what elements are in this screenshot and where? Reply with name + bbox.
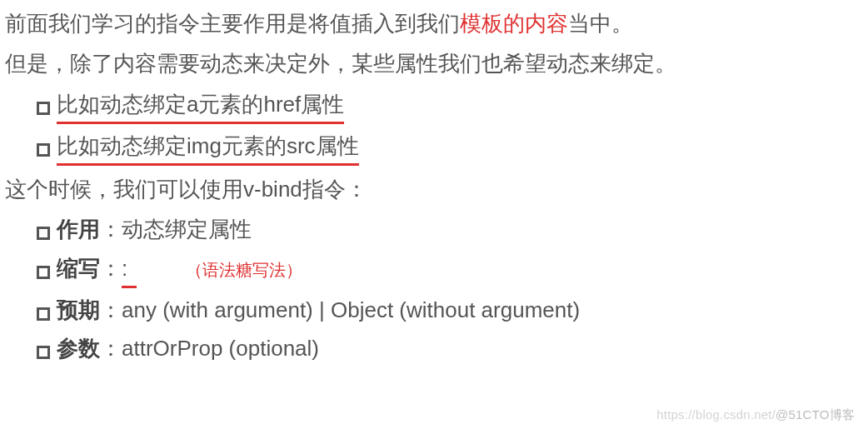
detail-item-argument: 参数：attrOrProp (optional) bbox=[37, 332, 863, 365]
paragraph-1: 前面我们学习的指令主要作用是将值插入到我们模板的内容当中。 bbox=[5, 7, 863, 40]
square-bullet-icon bbox=[37, 266, 50, 279]
detail-value-expects: any (with argument) | Object (without ar… bbox=[122, 297, 580, 322]
detail-label-shorthand: 缩写 bbox=[57, 256, 100, 281]
square-bullet-icon bbox=[37, 143, 50, 157]
example-list: 比如动态绑定a元素的href属性 比如动态绑定img元素的src属性 bbox=[5, 87, 863, 167]
example-item-1: 比如动态绑定a元素的href属性 bbox=[37, 87, 863, 124]
detail-value-shorthand: : bbox=[122, 252, 137, 288]
watermark-overlay: @51CTO博客 bbox=[776, 407, 855, 422]
detail-item-expects: 预期：any (with argument) | Object (without… bbox=[37, 293, 863, 327]
para1-after: 当中。 bbox=[568, 11, 633, 36]
detail-item-usage: 作用：动态绑定属性 bbox=[37, 212, 863, 246]
watermark-faint: https://blog.csdn.net/ bbox=[656, 407, 776, 422]
paragraph-2: 但是，除了内容需要动态来决定外，某些属性我们也希望动态来绑定。 bbox=[5, 47, 863, 80]
paragraph-3: 这个时候，我们可以使用v-bind指令： bbox=[5, 172, 863, 206]
detail-text: 预期：any (with argument) | Object (without… bbox=[57, 293, 580, 327]
detail-label-usage: 作用 bbox=[57, 217, 100, 242]
annotation-syntactic-sugar: （语法糖写法） bbox=[186, 261, 302, 279]
square-bullet-icon bbox=[37, 346, 50, 359]
example-item-2: 比如动态绑定img元素的src属性 bbox=[37, 129, 863, 166]
detail-item-shorthand: 缩写：: （语法糖写法） bbox=[37, 252, 863, 288]
watermark: https://blog.csdn.net/@51CTO博客 bbox=[656, 405, 855, 424]
detail-label-expects: 预期 bbox=[57, 297, 100, 322]
detail-text: 参数：attrOrProp (optional) bbox=[57, 332, 319, 365]
example-text-1: 比如动态绑定a元素的href属性 bbox=[57, 87, 344, 124]
detail-list: 作用：动态绑定属性 缩写：: （语法糖写法） 预期：any (with argu… bbox=[5, 212, 863, 365]
detail-value-usage: 动态绑定属性 bbox=[122, 217, 252, 242]
detail-label-argument: 参数 bbox=[57, 336, 100, 361]
detail-value-argument: attrOrProp (optional) bbox=[122, 336, 319, 361]
square-bullet-icon bbox=[37, 227, 50, 240]
para1-before: 前面我们学习的指令主要作用是将值插入到我们 bbox=[5, 11, 460, 36]
square-bullet-icon bbox=[37, 102, 50, 115]
square-bullet-icon bbox=[37, 307, 50, 321]
para1-highlight: 模板的内容 bbox=[460, 11, 568, 36]
example-text-2: 比如动态绑定img元素的src属性 bbox=[57, 129, 359, 166]
detail-text: 缩写：: （语法糖写法） bbox=[57, 252, 302, 288]
detail-text: 作用：动态绑定属性 bbox=[57, 212, 252, 246]
